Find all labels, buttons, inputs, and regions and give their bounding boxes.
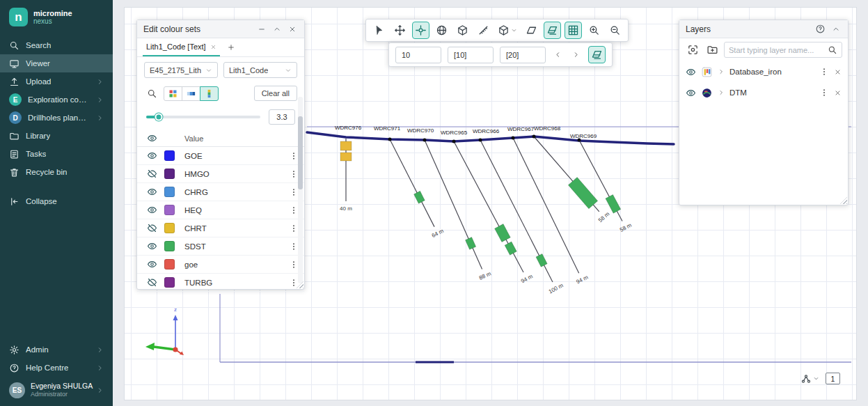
eye-icon[interactable] <box>147 187 157 197</box>
eye-off-icon[interactable] <box>147 169 157 179</box>
chevron-right-icon <box>96 78 104 86</box>
clear-all-button[interactable]: Clear all <box>254 86 297 101</box>
section-field-1[interactable] <box>395 47 441 63</box>
eye-icon[interactable] <box>147 150 157 161</box>
zoom-out-button[interactable] <box>606 22 624 39</box>
colour-swatch[interactable] <box>164 259 175 270</box>
expand-chevron-icon[interactable] <box>718 68 725 75</box>
close-button[interactable] <box>286 23 298 35</box>
tab-lith1-code[interactable]: Lith1_Code [Text] <box>143 38 220 56</box>
expand-chevron-icon[interactable] <box>718 89 725 96</box>
app-logo[interactable]: n micromine nexus <box>0 0 113 36</box>
sidebar-item-viewer[interactable]: Viewer <box>0 54 113 72</box>
sidebar-item-upload[interactable]: Upload <box>0 72 113 91</box>
section-view-toggle[interactable] <box>588 46 606 63</box>
sidebar-collapse-button[interactable]: Collapse <box>0 192 113 210</box>
measure-tool-button[interactable] <box>475 22 492 39</box>
axis-gizmo[interactable]: z <box>139 304 189 362</box>
eye-icon[interactable] <box>147 205 157 215</box>
kebab-menu-icon[interactable] <box>289 169 299 179</box>
section-planes-toggle-button[interactable] <box>544 22 561 39</box>
select-tool-button[interactable] <box>370 22 388 39</box>
view-cube-menu-button[interactable] <box>496 22 519 39</box>
sidebar-item-tasks[interactable]: Tasks <box>0 145 113 163</box>
tab-close-icon[interactable] <box>210 44 216 50</box>
gradient-mode-button[interactable] <box>182 86 200 101</box>
layer-search-input[interactable] <box>729 46 825 54</box>
kebab-menu-icon[interactable] <box>289 205 299 215</box>
eye-icon[interactable] <box>147 241 157 251</box>
layers-help-button[interactable] <box>814 23 826 35</box>
layers-titlebar[interactable]: Layers <box>679 20 848 38</box>
sidebar-item-exploration-company[interactable]: EExploration company P... <box>0 91 113 109</box>
eye-off-icon[interactable] <box>147 223 157 233</box>
add-tab-icon[interactable] <box>227 43 235 52</box>
slider-handle[interactable] <box>155 114 163 121</box>
next-section-button[interactable] <box>570 47 582 63</box>
colour-swatch[interactable] <box>164 205 175 215</box>
navigate-tool-button[interactable] <box>412 22 429 39</box>
box-zoom-tool-button[interactable] <box>454 22 471 39</box>
colour-swatch[interactable] <box>164 241 175 251</box>
sidebar-item-library[interactable]: Library <box>0 127 113 145</box>
zoom-in-button[interactable] <box>585 22 603 39</box>
resize-handle[interactable] <box>840 197 847 204</box>
create-section-tool-button[interactable] <box>523 22 540 39</box>
slider-value-box[interactable]: 3.3 <box>269 109 295 125</box>
colour-swatch[interactable] <box>164 150 175 161</box>
search-icon <box>147 88 157 99</box>
kebab-menu-icon[interactable] <box>289 187 299 197</box>
scrollbar-thumb[interactable] <box>298 116 303 189</box>
add-layer-group-button[interactable] <box>704 42 720 58</box>
drillhole-colour-mode-button[interactable] <box>200 86 219 101</box>
minimize-button[interactable] <box>255 23 267 35</box>
layer-row-DTM[interactable]: DTM <box>679 82 848 103</box>
eye-icon[interactable] <box>686 67 696 77</box>
user-menu[interactable]: ES Evgeniya SHULGA Administrator <box>0 377 113 403</box>
sidebar-item-admin[interactable]: Admin <box>0 341 113 359</box>
kebab-menu-icon[interactable] <box>289 242 299 251</box>
grid-toggle-button[interactable] <box>565 22 582 39</box>
kebab-menu-icon[interactable] <box>289 278 299 288</box>
section-page-indicator[interactable]: 1 <box>826 373 840 384</box>
edit-colour-sets-titlebar[interactable]: Edit colour sets <box>137 20 304 38</box>
eye-icon[interactable] <box>686 88 696 98</box>
kebab-menu-icon[interactable] <box>289 151 299 161</box>
kebab-menu-icon[interactable] <box>819 88 829 97</box>
eye-off-icon[interactable] <box>147 277 157 288</box>
layer-search-box[interactable] <box>724 42 842 58</box>
sidebar-item-drillholes-planning[interactable]: DDrillholes planning <box>0 109 113 127</box>
solid-colours-mode-button[interactable] <box>164 86 182 101</box>
colour-swatch[interactable] <box>164 277 175 288</box>
colour-swatch[interactable] <box>164 187 175 197</box>
kebab-menu-icon[interactable] <box>289 260 299 270</box>
panel-scrollbar[interactable] <box>298 97 303 283</box>
remove-layer-icon[interactable] <box>834 89 842 97</box>
zoom-to-layer-button[interactable] <box>685 42 700 58</box>
restore-button[interactable] <box>271 23 283 35</box>
width-slider[interactable] <box>146 116 260 118</box>
kebab-menu-icon[interactable] <box>289 224 299 233</box>
layer-row-Database_iron[interactable]: Database_iron <box>679 61 848 82</box>
field-select[interactable]: Lith1_Code <box>223 62 297 78</box>
move-tool-button[interactable] <box>391 22 409 39</box>
orbit-globe-tool-button[interactable] <box>433 22 450 39</box>
visibility-column-icon[interactable] <box>147 133 157 143</box>
eye-icon[interactable] <box>147 259 157 270</box>
previous-section-button[interactable] <box>552 47 564 63</box>
remove-layer-icon[interactable] <box>834 68 842 76</box>
sidebar-item-search[interactable]: Search <box>0 36 113 54</box>
layers-collapse-button[interactable] <box>830 23 842 35</box>
section-planes-toggle-icon <box>546 24 558 36</box>
display-options-button[interactable] <box>800 373 819 384</box>
colour-swatch[interactable] <box>164 223 175 233</box>
section-field-2[interactable] <box>448 47 494 63</box>
colour-swatch[interactable] <box>164 169 175 179</box>
search-values-button[interactable] <box>144 86 159 101</box>
sidebar-item-recycle-bin[interactable]: Recycle bin <box>0 163 113 181</box>
dataset-select[interactable]: E45_2175_Lith <box>144 62 218 78</box>
sidebar-item-help-centre[interactable]: Help Centre <box>0 359 113 377</box>
section-field-3[interactable] <box>500 47 546 63</box>
kebab-menu-icon[interactable] <box>819 67 829 77</box>
layer-name: Database_iron <box>729 68 782 76</box>
